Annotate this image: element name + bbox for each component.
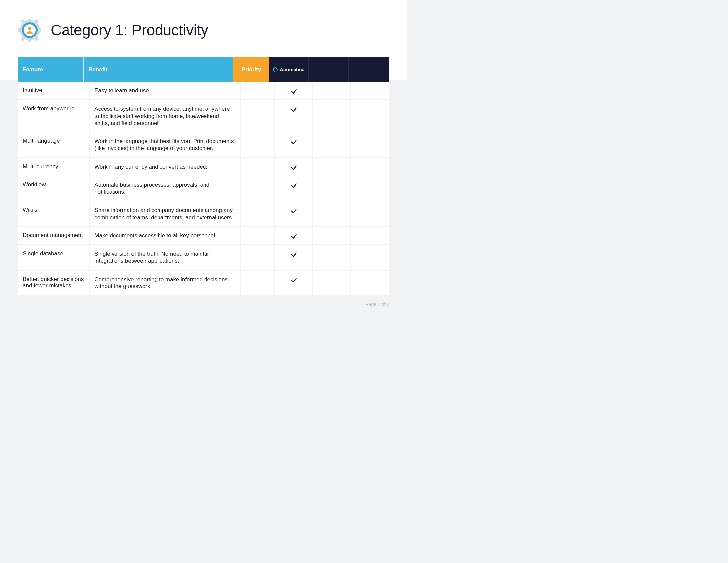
priority-cell xyxy=(241,201,275,226)
acumatica-cell xyxy=(275,227,313,244)
feature-cell: Single database xyxy=(18,245,90,270)
benefit-cell: Comprehensive reporting to make informed… xyxy=(90,270,240,296)
priority-cell xyxy=(241,132,275,157)
check-icon xyxy=(290,182,297,191)
blank-cell xyxy=(313,245,351,270)
svg-point-11 xyxy=(28,27,31,30)
feature-cell: Document management xyxy=(18,227,90,244)
svg-rect-1 xyxy=(28,19,31,22)
table-row: Single databaseSingle version of the tru… xyxy=(18,245,389,270)
table-row: WorkflowAutomate business processes, app… xyxy=(18,176,389,202)
feature-cell: Work from anywhere xyxy=(18,100,90,132)
acumatica-logo: Acumatica xyxy=(273,67,305,72)
check-icon xyxy=(290,276,297,285)
benefit-cell: Work in the language that best fits you.… xyxy=(90,132,240,157)
blank-cell xyxy=(351,201,389,226)
table-row: Multi-currencyWork in any currency and c… xyxy=(18,158,389,176)
blank-cell xyxy=(313,201,351,226)
priority-cell xyxy=(241,227,275,244)
priority-cell xyxy=(241,82,275,99)
table-row: Wiki'sShare information and company docu… xyxy=(18,201,389,227)
feature-table: Feature Benefit Priority Acumatica Intui… xyxy=(18,57,389,295)
col-header-feature: Feature xyxy=(18,57,84,82)
blank-cell xyxy=(351,82,389,99)
blank-cell xyxy=(313,158,351,175)
acumatica-cell xyxy=(275,245,313,270)
category-icon xyxy=(18,19,41,42)
table-row: Better, quicker decisions and fewer mist… xyxy=(18,270,389,296)
svg-rect-4 xyxy=(38,28,41,32)
blank-cell xyxy=(313,176,351,201)
priority-cell xyxy=(241,245,275,270)
benefit-cell: Share information and company documents … xyxy=(90,201,240,226)
table-row: Multi-languageWork in the language that … xyxy=(18,132,389,158)
table-row: IntuitiveEasy to learn and use. xyxy=(18,82,389,100)
feature-cell: Multi-language xyxy=(18,132,90,157)
table-row: Document managementMake documents access… xyxy=(18,227,389,245)
svg-rect-3 xyxy=(18,28,21,32)
feature-cell: Wiki's xyxy=(18,201,90,226)
page-header: Category 1: Productivity xyxy=(18,19,389,42)
blank-cell xyxy=(313,270,351,296)
feature-cell: Workflow xyxy=(18,176,90,201)
acumatica-cell xyxy=(275,132,313,157)
acumatica-ring-icon xyxy=(273,67,278,72)
acumatica-cell xyxy=(275,176,313,201)
blank-cell xyxy=(351,227,389,244)
blank-cell xyxy=(313,227,351,244)
acumatica-cell xyxy=(275,100,313,132)
page-number: Page 2 of 7 xyxy=(365,302,389,307)
benefit-cell: Single version of the truth. No need to … xyxy=(90,245,240,270)
acumatica-cell xyxy=(275,158,313,175)
priority-cell xyxy=(241,176,275,201)
table-row: Work from anywhereAccess to system from … xyxy=(18,100,389,132)
feature-cell: Multi-currency xyxy=(18,158,90,175)
benefit-cell: Easy to learn and use. xyxy=(90,82,240,99)
priority-cell xyxy=(241,270,275,296)
benefit-cell: Automate business processes, approvals, … xyxy=(90,176,240,201)
blank-cell xyxy=(351,245,389,270)
check-icon xyxy=(290,164,297,172)
blank-cell xyxy=(351,132,389,157)
vendor-name: Acumatica xyxy=(280,67,305,72)
blank-cell xyxy=(313,100,351,132)
check-icon xyxy=(290,207,297,216)
priority-cell xyxy=(241,158,275,175)
acumatica-cell xyxy=(275,201,313,226)
blank-cell xyxy=(351,158,389,175)
benefit-cell: Work in any currency and convert as need… xyxy=(90,158,240,175)
page-title: Category 1: Productivity xyxy=(51,21,208,39)
check-icon xyxy=(290,88,297,96)
priority-cell xyxy=(241,100,275,132)
check-icon xyxy=(290,251,297,259)
benefit-cell: Access to system from any device, anytim… xyxy=(90,100,240,132)
col-header-vendor: Acumatica xyxy=(269,57,309,82)
blank-cell xyxy=(313,132,351,157)
blank-cell xyxy=(351,270,389,296)
acumatica-cell xyxy=(275,82,313,99)
blank-cell xyxy=(313,82,351,99)
table-header-row: Feature Benefit Priority Acumatica xyxy=(18,57,389,82)
acumatica-cell xyxy=(275,270,313,296)
check-icon xyxy=(290,138,297,147)
blank-cell xyxy=(351,176,389,201)
col-header-benefit: Benefit xyxy=(84,57,233,82)
col-header-priority: Priority xyxy=(233,57,269,82)
feature-cell: Intuitive xyxy=(18,82,90,99)
svg-rect-2 xyxy=(28,39,31,42)
benefit-cell: Make documents accessible to all key per… xyxy=(90,227,240,244)
feature-cell: Better, quicker decisions and fewer mist… xyxy=(18,270,90,296)
col-header-blank-1 xyxy=(309,57,349,82)
check-icon xyxy=(290,233,297,241)
col-header-blank-2 xyxy=(349,57,389,82)
check-icon xyxy=(290,106,297,115)
blank-cell xyxy=(351,100,389,132)
